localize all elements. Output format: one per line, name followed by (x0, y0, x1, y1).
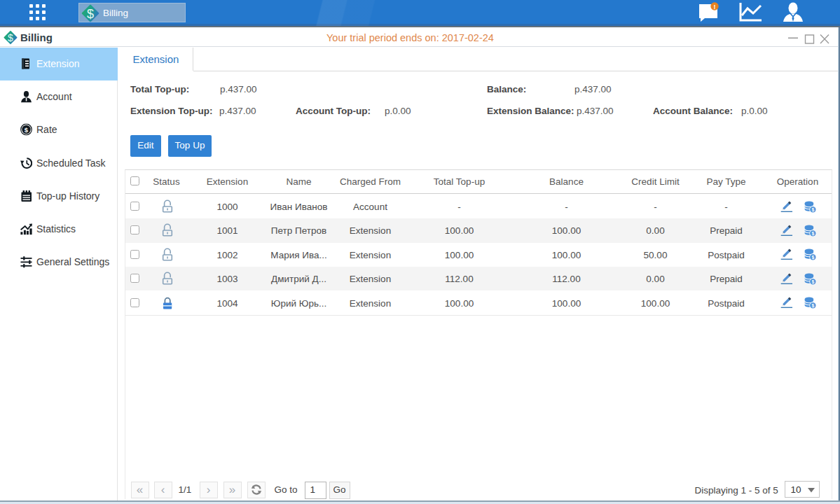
svg-text:!: ! (714, 4, 716, 10)
svg-text:$: $ (811, 255, 814, 260)
svg-text:$: $ (87, 7, 94, 21)
svg-text:$: $ (25, 126, 29, 134)
svg-text:$: $ (811, 303, 814, 309)
svg-text:$: $ (811, 279, 814, 285)
svg-text:$: $ (811, 231, 814, 237)
svg-text:$: $ (811, 206, 814, 212)
svg-text:$: $ (8, 31, 13, 43)
